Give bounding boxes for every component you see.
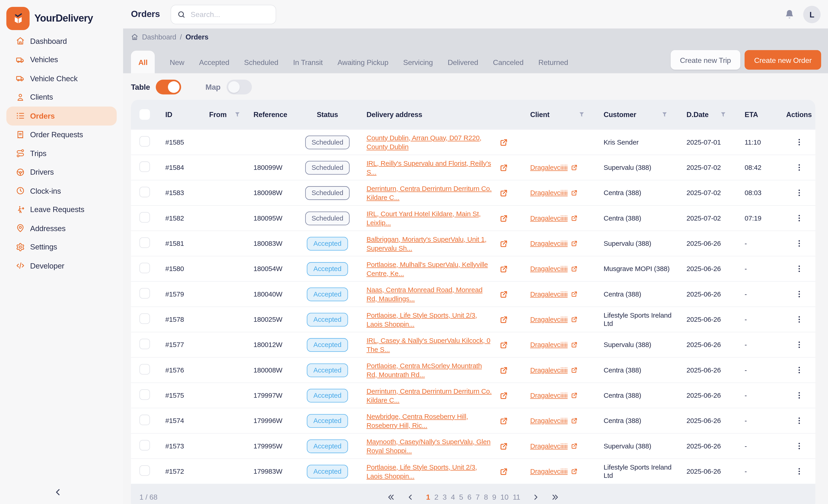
row-actions-menu-icon[interactable] xyxy=(794,416,803,425)
delivery-address-link[interactable]: County Dublin, Arran Quay, D07 R220, Cou… xyxy=(366,133,493,151)
external-link-icon[interactable] xyxy=(499,442,508,450)
delivery-address-link[interactable]: Portlaoise, Mulhall's SuperValu, Kellyvi… xyxy=(366,260,493,278)
pagination-page-6[interactable]: 6 xyxy=(467,493,471,501)
external-link-icon[interactable] xyxy=(499,467,508,475)
external-link-icon[interactable] xyxy=(571,316,578,323)
row-checkbox[interactable] xyxy=(139,465,150,476)
delivery-address-link[interactable]: Derrinturn, Centra Derrinturn Derriturn … xyxy=(366,386,493,404)
external-link-icon[interactable] xyxy=(571,265,578,272)
sidebar-item-developer[interactable]: Developer xyxy=(6,256,117,275)
client-link[interactable]: Dragalevciiiii xyxy=(530,214,568,222)
home-icon[interactable] xyxy=(131,33,138,41)
external-link-icon[interactable] xyxy=(571,240,578,247)
client-link[interactable]: Dragalevciiiii xyxy=(530,316,568,323)
row-actions-menu-icon[interactable] xyxy=(794,467,803,476)
external-link-icon[interactable] xyxy=(571,443,578,449)
external-link-icon[interactable] xyxy=(499,214,508,222)
pagination-page-3[interactable]: 3 xyxy=(443,493,447,501)
row-checkbox[interactable] xyxy=(139,364,150,374)
external-link-icon[interactable] xyxy=(499,239,508,248)
row-actions-menu-icon[interactable] xyxy=(794,366,803,374)
external-link-icon[interactable] xyxy=(571,164,578,171)
external-link-icon[interactable] xyxy=(499,290,508,299)
pagination-next[interactable] xyxy=(532,493,540,501)
row-actions-menu-icon[interactable] xyxy=(794,340,803,349)
external-link-icon[interactable] xyxy=(499,163,508,172)
external-link-icon[interactable] xyxy=(571,417,578,424)
sidebar-item-addresses[interactable]: Addresses xyxy=(6,219,117,238)
filter-icon[interactable] xyxy=(234,111,241,118)
filter-icon[interactable] xyxy=(661,111,668,118)
row-checkbox[interactable] xyxy=(139,288,150,299)
sidebar-item-orders[interactable]: Orders xyxy=(6,106,117,125)
client-link[interactable]: Dragalevciiiii xyxy=(530,189,568,197)
external-link-icon[interactable] xyxy=(571,290,578,297)
delivery-address-link[interactable]: IRL, Reilly's Supervalu and Florist, Rei… xyxy=(366,158,493,177)
create-trip-button[interactable]: Create new Trip xyxy=(670,50,741,70)
pagination-page-5[interactable]: 5 xyxy=(459,493,463,501)
filter-icon[interactable] xyxy=(578,111,585,118)
tab-returned[interactable]: Returned xyxy=(538,51,568,74)
tab-scheduled[interactable]: Scheduled xyxy=(244,51,278,74)
pagination-page-8[interactable]: 8 xyxy=(484,493,488,501)
client-link[interactable]: Dragalevciiiii xyxy=(530,341,568,349)
filter-icon[interactable] xyxy=(720,111,727,118)
pagination-page-7[interactable]: 7 xyxy=(475,493,480,501)
pagination-page-9[interactable]: 9 xyxy=(492,493,496,501)
row-checkbox[interactable] xyxy=(139,162,150,172)
tab-accepted[interactable]: Accepted xyxy=(199,51,229,74)
delivery-address-link[interactable]: IRL, Court Yard Hotel Kildare, Main St, … xyxy=(366,209,493,227)
row-checkbox[interactable] xyxy=(139,263,150,273)
sidebar-item-clients[interactable]: Clients xyxy=(6,88,117,107)
row-actions-menu-icon[interactable] xyxy=(794,239,803,248)
create-order-button[interactable]: Create new Order xyxy=(745,50,821,70)
sidebar-collapse-button[interactable] xyxy=(53,487,63,497)
client-link[interactable]: Dragalevciiiii xyxy=(530,467,568,475)
table-view-toggle[interactable] xyxy=(156,80,181,94)
tab-delivered[interactable]: Delivered xyxy=(448,51,478,74)
search-box[interactable] xyxy=(170,5,276,24)
external-link-icon[interactable] xyxy=(499,265,508,273)
pagination-prev[interactable] xyxy=(407,493,414,501)
select-all-checkbox[interactable] xyxy=(139,109,150,120)
external-link-icon[interactable] xyxy=(571,189,578,196)
tab-awaiting-pickup[interactable]: Awaiting Pickup xyxy=(337,51,388,74)
pagination-page-2[interactable]: 2 xyxy=(434,493,439,501)
external-link-icon[interactable] xyxy=(499,189,508,197)
sidebar-item-trips[interactable]: Trips xyxy=(6,144,117,163)
external-link-icon[interactable] xyxy=(499,366,508,374)
delivery-address-link[interactable]: Balbriggan, Moriarty's SuperValu, Unit 1… xyxy=(366,235,493,253)
pagination-page-4[interactable]: 4 xyxy=(451,493,455,501)
delivery-address-link[interactable]: IRL, Casey & Nally's SuperValu Kilcock, … xyxy=(366,336,493,354)
pagination-page-1[interactable]: 1 xyxy=(426,493,430,501)
row-actions-menu-icon[interactable] xyxy=(794,290,803,299)
row-actions-menu-icon[interactable] xyxy=(794,163,803,172)
external-link-icon[interactable] xyxy=(499,417,508,425)
row-actions-menu-icon[interactable] xyxy=(794,214,803,223)
external-link-icon[interactable] xyxy=(571,468,578,475)
row-actions-menu-icon[interactable] xyxy=(794,315,803,324)
row-checkbox[interactable] xyxy=(139,313,150,324)
sidebar-item-clock-ins[interactable]: Clock-ins xyxy=(6,182,117,200)
external-link-icon[interactable] xyxy=(499,315,508,324)
tab-canceled[interactable]: Canceled xyxy=(493,51,524,74)
row-actions-menu-icon[interactable] xyxy=(794,188,803,197)
row-checkbox[interactable] xyxy=(139,237,150,248)
delivery-address-link[interactable]: Naas, Centra Monread Road, Monread Rd, M… xyxy=(366,285,493,303)
external-link-icon[interactable] xyxy=(499,391,508,400)
client-link[interactable]: Dragalevciiiii xyxy=(530,442,568,450)
breadcrumb-home[interactable]: Dashboard xyxy=(142,33,176,41)
tab-all[interactable]: All xyxy=(131,51,155,74)
row-checkbox[interactable] xyxy=(139,136,150,147)
sidebar-item-settings[interactable]: Settings xyxy=(6,237,117,256)
client-link[interactable]: Dragalevciiiii xyxy=(530,417,568,425)
delivery-address-link[interactable]: Portlaoise, Life Style Sports, Unit 2/3,… xyxy=(366,462,493,480)
client-link[interactable]: Dragalevciiiii xyxy=(530,265,568,273)
client-link[interactable]: Dragalevciiiii xyxy=(530,391,568,399)
row-checkbox[interactable] xyxy=(139,339,150,349)
tab-new[interactable]: New xyxy=(170,51,184,74)
row-checkbox[interactable] xyxy=(139,415,150,425)
pagination-page-11[interactable]: 11 xyxy=(513,493,521,501)
tab-servicing[interactable]: Servicing xyxy=(403,51,433,74)
user-avatar[interactable]: L xyxy=(803,5,821,23)
